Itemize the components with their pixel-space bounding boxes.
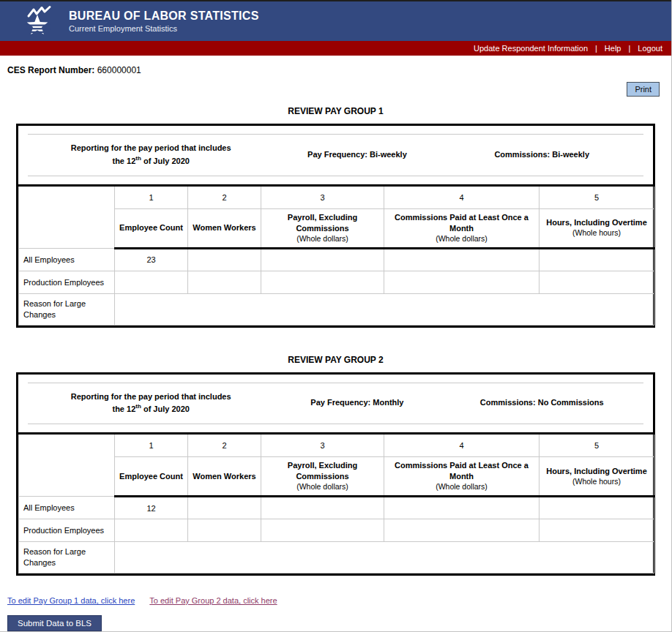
column-number: 4 <box>384 185 540 208</box>
cell-value <box>188 497 261 519</box>
table-row-reason-for-large-changes: Reason for Large Changes <box>19 542 654 573</box>
cell-value <box>540 248 654 271</box>
reporting-period-text: Reporting for the pay period that includ… <box>28 391 274 416</box>
column-number: 1 <box>115 185 188 208</box>
pay-group-2-info-row: Reporting for the pay period that includ… <box>28 383 643 425</box>
cell-value <box>188 248 261 271</box>
column-number: 1 <box>115 434 188 457</box>
column-number: 3 <box>261 434 384 457</box>
column-header: Employee Count <box>115 457 188 497</box>
cell-value: 23 <box>115 248 188 271</box>
column-header: Commissions Paid at Least Once a Month(W… <box>384 457 540 497</box>
cell-value <box>188 271 261 293</box>
column-number: 2 <box>188 434 261 457</box>
ces-report-number: CES Report Number: 660000001 <box>0 56 671 75</box>
top-banner: BUREAU OF LABOR STATISTICS Current Emplo… <box>0 0 671 41</box>
ces-report-number-value: 660000001 <box>97 65 141 75</box>
column-number: 2 <box>188 185 261 208</box>
pay-group-1-grid: 1 2 3 4 5 Employee Count Women Workers P… <box>18 184 654 326</box>
column-header: Hours, Including Overtime(Whole hours) <box>540 208 654 248</box>
row-label: Production Employees <box>19 271 115 293</box>
row-label: Production Employees <box>19 519 115 542</box>
logout-link[interactable]: Logout <box>638 44 662 53</box>
cell-value <box>115 271 188 293</box>
pay-group-1-info-row: Reporting for the pay period that includ… <box>28 134 643 176</box>
table-row-all-employees: All Employees 12 <box>19 497 654 519</box>
pay-group-2-table: Reporting for the pay period that includ… <box>16 372 655 576</box>
nav-separator: | <box>628 44 630 53</box>
column-number-row: 1 2 3 4 5 <box>19 434 654 457</box>
column-header: Payroll, Excluding Commissions(Whole dol… <box>261 457 384 497</box>
commissions-text: Commissions: No Commissions <box>440 397 643 409</box>
bls-star-logo-icon <box>20 4 58 38</box>
edit-pay-group-2-link[interactable]: To edit Pay Group 2 data, click here <box>149 596 277 605</box>
cell-value <box>261 248 384 271</box>
row-label: Reason for Large Changes <box>19 293 115 325</box>
cell-value: 12 <box>115 497 188 519</box>
page: BUREAU OF LABOR STATISTICS Current Emplo… <box>0 0 672 632</box>
column-header: Employee Count <box>115 208 188 248</box>
reason-cell <box>115 293 654 325</box>
column-header: Women Workers <box>188 208 261 248</box>
column-number: 5 <box>540 434 654 457</box>
edit-links-row: To edit Pay Group 1 data, click here To … <box>7 596 671 605</box>
cell-value <box>261 497 384 519</box>
reporting-period-text: Reporting for the pay period that includ… <box>28 143 274 168</box>
submit-row: Submit Data to BLS <box>7 615 671 631</box>
program-subtitle: Current Employment Statistics <box>69 24 259 33</box>
print-row: Print <box>0 75 671 97</box>
column-header: Hours, Including Overtime(Whole hours) <box>540 457 654 497</box>
column-header-row: Employee Count Women Workers Payroll, Ex… <box>19 457 654 497</box>
submit-data-button[interactable]: Submit Data to BLS <box>7 615 102 631</box>
table-row-production-employees: Production Employees <box>19 519 654 542</box>
column-number-row: 1 2 3 4 5 <box>19 185 654 208</box>
commissions-text: Commissions: Bi-weekly <box>440 149 643 161</box>
red-nav-bar: Update Respondent Information | Help | L… <box>0 41 671 56</box>
column-header: Payroll, Excluding Commissions(Whole dol… <box>261 208 384 248</box>
cell-value <box>384 519 540 542</box>
cell-value <box>540 271 654 293</box>
cell-value <box>188 519 261 542</box>
nav-separator: | <box>595 44 597 53</box>
help-link[interactable]: Help <box>605 44 621 53</box>
column-header-row: Employee Count Women Workers Payroll, Ex… <box>19 208 654 248</box>
banner-text: BUREAU OF LABOR STATISTICS Current Emplo… <box>69 10 259 33</box>
reason-cell <box>115 542 654 573</box>
cell-value <box>540 497 654 519</box>
cell-value <box>540 519 654 542</box>
pay-group-1-title: REVIEW PAY GROUP 1 <box>0 106 671 116</box>
table-row-all-employees: All Employees 23 <box>19 248 654 271</box>
pay-frequency-text: Pay Frequency: Monthly <box>274 397 440 409</box>
pay-frequency-text: Pay Frequency: Bi-weekly <box>274 149 440 161</box>
agency-title: BUREAU OF LABOR STATISTICS <box>69 10 259 23</box>
cell-value <box>115 519 188 542</box>
stub-cell <box>19 434 115 497</box>
column-number: 3 <box>261 185 384 208</box>
cell-value <box>384 248 540 271</box>
column-header: Women Workers <box>188 457 261 497</box>
pay-group-1-table: Reporting for the pay period that includ… <box>16 124 655 328</box>
column-number: 5 <box>540 185 654 208</box>
row-label: Reason for Large Changes <box>19 542 115 573</box>
pay-group-2-grid: 1 2 3 4 5 Employee Count Women Workers P… <box>18 432 654 573</box>
ces-report-number-label: CES Report Number: <box>7 65 94 75</box>
column-header: Commissions Paid at Least Once a Month(W… <box>384 208 540 248</box>
table-row-production-employees: Production Employees <box>19 271 654 293</box>
cell-value <box>261 271 384 293</box>
stub-cell <box>19 185 115 248</box>
pay-group-2-title: REVIEW PAY GROUP 2 <box>0 355 671 365</box>
edit-pay-group-1-link[interactable]: To edit Pay Group 1 data, click here <box>7 596 135 605</box>
update-respondent-info-link[interactable]: Update Respondent Information <box>474 44 588 53</box>
cell-value <box>384 271 540 293</box>
column-number: 4 <box>384 434 540 457</box>
row-label: All Employees <box>19 248 115 271</box>
print-button[interactable]: Print <box>627 82 660 97</box>
table-row-reason-for-large-changes: Reason for Large Changes <box>19 293 654 325</box>
cell-value <box>384 497 540 519</box>
cell-value <box>261 519 384 542</box>
row-label: All Employees <box>19 497 115 519</box>
